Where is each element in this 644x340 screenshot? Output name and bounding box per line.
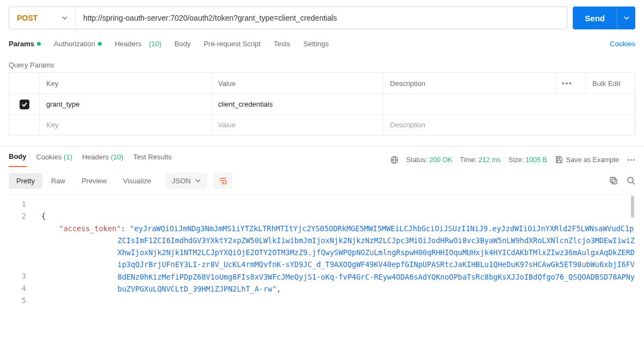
- col-checkbox: [9, 73, 40, 94]
- resp-tab-headers[interactable]: Headers (10): [82, 153, 123, 166]
- more-options-button[interactable]: •••: [555, 73, 586, 94]
- line-gutter: 1 2 3 4 5: [9, 198, 35, 303]
- preview-button[interactable]: Preview: [74, 173, 114, 189]
- dot-indicator-icon: [98, 42, 102, 46]
- save-icon: [555, 156, 563, 164]
- param-desc-input[interactable]: [390, 121, 628, 129]
- svg-rect-6: [610, 177, 615, 182]
- tab-headers[interactable]: Headers (10): [115, 40, 162, 48]
- svg-point-7: [628, 177, 633, 183]
- params-table: Key Value Description ••• Bulk Edit: [9, 72, 635, 135]
- url-input[interactable]: [76, 7, 567, 29]
- wrap-icon: [219, 177, 227, 184]
- col-key: Key: [40, 73, 212, 94]
- search-icon[interactable]: [627, 176, 635, 185]
- chevron-down-icon: [195, 178, 201, 183]
- size-label: Size: 1005 B: [509, 156, 547, 164]
- copy-icon[interactable]: [609, 176, 618, 185]
- tab-params[interactable]: Params: [9, 40, 41, 48]
- param-value-input[interactable]: [218, 121, 376, 129]
- save-as-example-button[interactable]: Save as Example: [555, 156, 619, 164]
- network-icon[interactable]: [390, 156, 399, 164]
- resp-tab-test-results[interactable]: Test Results: [133, 153, 172, 166]
- dot-indicator-icon: [37, 42, 41, 46]
- visualize-button[interactable]: Visualize: [115, 173, 159, 189]
- raw-button[interactable]: Raw: [44, 173, 73, 189]
- time-label: Time: 212 ms: [460, 156, 501, 164]
- request-bar: POST: [9, 7, 567, 29]
- wrap-lines-button[interactable]: [214, 172, 232, 189]
- check-icon: [21, 101, 28, 108]
- body-type-select[interactable]: JSON: [165, 173, 207, 189]
- tab-settings[interactable]: Settings: [304, 40, 329, 48]
- svg-point-4: [633, 159, 635, 160]
- chevron-down-icon: [62, 15, 67, 21]
- http-method-label: POST: [17, 14, 38, 22]
- svg-point-3: [630, 159, 632, 160]
- bulk-edit-button[interactable]: Bulk Edit: [592, 79, 620, 88]
- resp-tab-cookies[interactable]: Cookies (1): [36, 153, 72, 166]
- http-method-select[interactable]: POST: [9, 7, 76, 29]
- tab-authorization[interactable]: Authorization: [54, 40, 102, 48]
- tab-tests[interactable]: Tests: [274, 40, 290, 48]
- param-value-input[interactable]: [218, 100, 376, 108]
- param-key-input[interactable]: [46, 100, 205, 108]
- row-checkbox[interactable]: [20, 100, 29, 109]
- table-row-new: [9, 114, 635, 135]
- response-body[interactable]: 1 2 3 4 5 { "access_token": "eyJraWQiOiJ…: [9, 194, 635, 303]
- col-description: Description: [383, 73, 555, 94]
- svg-point-2: [628, 159, 629, 160]
- col-value: Value: [212, 73, 383, 94]
- query-params-title: Query Params: [0, 52, 644, 72]
- code-content: { "access_token": "eyJraWQiOiJmNDg3NmJmM…: [9, 195, 635, 303]
- tab-prerequest[interactable]: Pre-request Script: [203, 40, 261, 48]
- table-row: [9, 94, 635, 114]
- dots-icon: •••: [562, 79, 573, 88]
- tab-body[interactable]: Body: [175, 40, 191, 48]
- param-desc-input[interactable]: [390, 100, 628, 108]
- resp-tab-body[interactable]: Body: [9, 152, 27, 167]
- pretty-button[interactable]: Pretty: [9, 173, 42, 189]
- send-dropdown-button[interactable]: [617, 7, 635, 29]
- svg-rect-5: [612, 179, 617, 184]
- cookies-link[interactable]: Cookies: [610, 40, 635, 48]
- status-label: Status: 200 OK: [406, 156, 453, 164]
- row-checkbox-empty[interactable]: [20, 120, 29, 130]
- param-key-input[interactable]: [46, 121, 205, 129]
- send-button[interactable]: Send: [573, 7, 617, 29]
- scrollbar[interactable]: [631, 196, 634, 218]
- more-icon[interactable]: [627, 156, 635, 164]
